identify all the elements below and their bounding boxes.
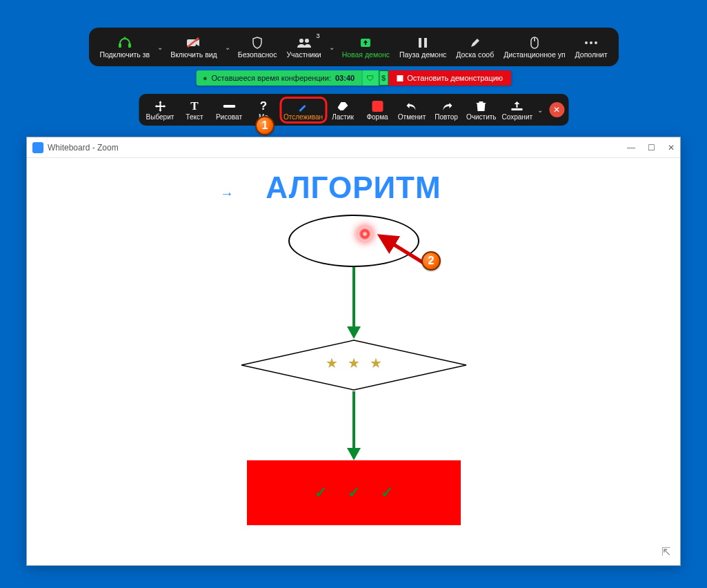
headphones-icon	[118, 35, 132, 50]
svg-point-12	[590, 41, 593, 44]
flowchart-process-box: ✓ ✓ ✓	[247, 460, 461, 525]
heading-arrow-icon: →	[220, 186, 234, 202]
mouse-icon	[530, 35, 539, 50]
format-icon	[372, 99, 383, 113]
audio-caret[interactable]: ⌄	[155, 43, 165, 51]
share-up-icon	[359, 35, 372, 50]
text-tool[interactable]: T Текст	[177, 98, 212, 122]
close-annotation-button[interactable]: ✕	[549, 102, 564, 117]
svg-rect-1	[128, 43, 131, 48]
pause-share-label: Пауза демонс	[399, 50, 446, 59]
save-caret[interactable]: ⌄	[535, 106, 545, 114]
select-tool[interactable]: Выберит	[143, 98, 177, 122]
whiteboard-title: Whiteboard - Zoom	[48, 143, 119, 153]
clock-icon: ●	[203, 74, 208, 82]
flow-arrow-2-line	[352, 391, 355, 449]
more-icon	[584, 35, 598, 50]
svg-rect-14	[223, 105, 235, 108]
stop-icon	[397, 75, 403, 81]
video-caret[interactable]: ⌄	[223, 43, 232, 51]
clear-tool[interactable]: Очистить	[464, 98, 499, 122]
format-label: Форма	[366, 113, 388, 121]
move-icon	[155, 99, 166, 113]
video-button[interactable]: Включить вид	[166, 34, 221, 60]
maximize-button[interactable]: ☐	[648, 143, 655, 153]
check-icon: ✓	[315, 484, 327, 502]
more-button[interactable]: Дополнит	[571, 34, 612, 60]
whiteboard-toolbar-button[interactable]: Доска сооб	[452, 34, 498, 60]
stop-share-button[interactable]: Остановить демонстрацию	[388, 70, 511, 86]
svg-point-11	[585, 41, 588, 44]
audio-button[interactable]: Подключить зв	[95, 34, 154, 60]
flow-arrow-1-line	[352, 267, 355, 328]
pause-share-button[interactable]: Пауза демонс	[395, 34, 450, 60]
remote-button[interactable]: Дистанционное уп	[499, 34, 569, 60]
participants-button[interactable]: 3 Участники	[282, 34, 325, 60]
stop-share-label: Остановить демонстрацию	[407, 74, 503, 82]
draw-label: Рисоват	[216, 113, 242, 121]
eraser-tool[interactable]: Ластик	[326, 98, 360, 122]
draw-tool[interactable]: Рисоват	[212, 98, 246, 122]
redo-icon	[440, 99, 452, 113]
flow-arrow-1-head	[347, 326, 361, 339]
svg-rect-7	[419, 38, 421, 48]
text-label: Текст	[186, 113, 203, 121]
redo-label: Повтор	[435, 113, 457, 121]
svg-point-5	[305, 39, 309, 43]
pencil-icon	[470, 35, 481, 50]
callout-marker-2: 2	[421, 251, 441, 271]
whiteboard-titlebar[interactable]: Whiteboard - Zoom — ☐ ✕	[27, 137, 680, 158]
star-icon: ★	[326, 355, 338, 371]
question-icon: ?	[260, 99, 267, 113]
status-dollar-icon[interactable]: $	[379, 70, 388, 86]
trash-icon	[477, 99, 486, 113]
participants-caret[interactable]: ⌄	[327, 43, 337, 51]
undo-label: Отменит	[398, 113, 426, 121]
flow-arrow-2-head	[347, 448, 361, 460]
whiteboard-toolbar-label: Доска сооб	[456, 50, 494, 59]
main-toolbar: Подключить зв ⌄ Включить вид ⌄ Безопасно…	[88, 28, 618, 66]
share-page-icon[interactable]: ⇱	[661, 545, 670, 558]
remaining-label: Оставшееся время конференции:	[212, 74, 331, 82]
shield-icon	[252, 35, 263, 50]
remaining-time-panel: ● Оставшееся время конференции: 03:40	[196, 70, 362, 86]
zoom-app-icon	[32, 142, 43, 153]
remaining-time: 03:40	[335, 74, 355, 82]
new-share-label: Новая демонс	[342, 50, 390, 59]
audio-label: Подключить зв	[99, 50, 150, 59]
whiteboard-canvas[interactable]: → АЛГОРИТМ 2 ★ ★ ★ ✓ ✓ ✓ ⇱	[27, 158, 680, 565]
svg-rect-8	[424, 38, 427, 48]
save-tool[interactable]: Сохранит	[499, 98, 535, 122]
select-label: Выберит	[146, 113, 175, 121]
whiteboard-window: Whiteboard - Zoom — ☐ ✕ → АЛГОРИТМ 2 ★ ★…	[26, 137, 681, 566]
star-icon: ★	[370, 355, 382, 371]
spotlight-tool[interactable]: Отслеживан	[281, 98, 326, 122]
check-icon: ✓	[348, 484, 360, 502]
callout-marker-2-text: 2	[428, 255, 435, 267]
undo-tool[interactable]: Отменит	[395, 98, 429, 122]
diamond-stars: ★ ★ ★	[326, 355, 382, 371]
format-tool[interactable]: Форма	[360, 98, 395, 122]
clear-label: Очистить	[466, 113, 497, 121]
spotlight-label: Отслеживан	[283, 113, 323, 121]
more-label: Дополнит	[575, 50, 608, 59]
video-label: Включить вид	[170, 50, 217, 59]
save-label: Сохранит	[502, 113, 532, 121]
svg-rect-0	[119, 43, 121, 48]
new-share-button[interactable]: Новая демонс	[338, 34, 394, 60]
spotlight-icon	[297, 99, 308, 113]
participants-badge: 3	[317, 32, 320, 39]
window-close-button[interactable]: ✕	[668, 143, 675, 153]
eraser-icon	[337, 99, 348, 113]
security-label: Безопаснос	[238, 50, 277, 59]
svg-point-4	[299, 39, 303, 43]
security-button[interactable]: Безопаснос	[234, 34, 281, 60]
remote-label: Дистанционное уп	[504, 50, 565, 59]
status-shield-icon[interactable]: 🛡	[362, 70, 379, 86]
minimize-button[interactable]: —	[627, 143, 635, 153]
callout-marker-1-text: 1	[262, 119, 268, 132]
canvas-heading: АЛГОРИТМ	[266, 170, 441, 205]
redo-tool[interactable]: Повтор	[429, 98, 464, 122]
check-icon: ✓	[381, 484, 393, 502]
participants-label: Участники	[286, 50, 321, 59]
